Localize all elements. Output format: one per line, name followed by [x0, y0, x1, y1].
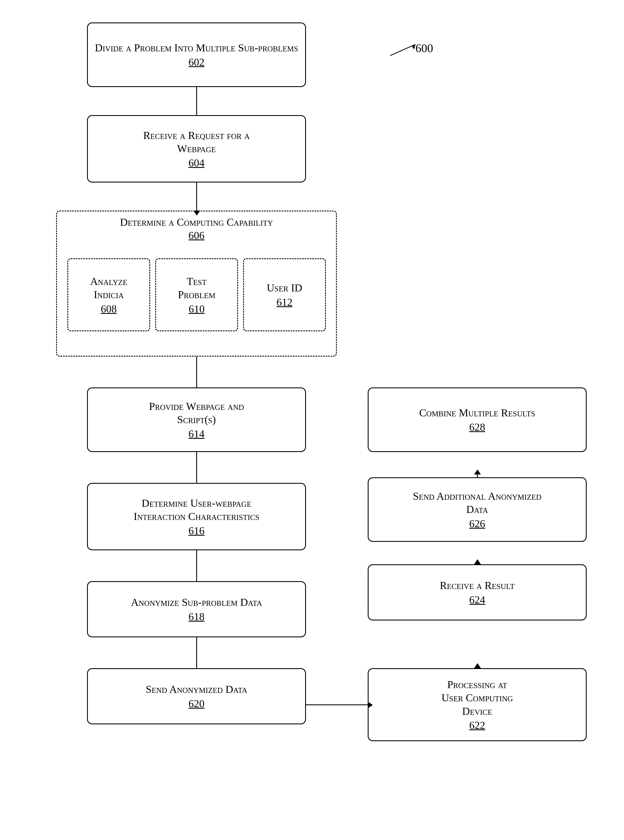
arrow-620-622 — [306, 704, 368, 705]
arrow-614-616 — [196, 452, 197, 483]
box-612: User ID 612 — [243, 258, 326, 331]
arrow-604-606 — [196, 182, 197, 210]
arrow-602-604 — [196, 87, 197, 115]
box-604: Receive a Request for aWebpage 604 — [87, 115, 306, 182]
flowchart-diagram: 600 Divide a Problem Into Multiple Sub-p… — [0, 0, 624, 840]
box-626: Send Additional AnonymizedData 626 — [368, 477, 587, 542]
label-arrow — [388, 42, 421, 59]
svg-line-0 — [390, 44, 415, 56]
box-622: Processing atUser ComputingDevice 622 — [368, 668, 587, 741]
box-618: Anonymize Sub-problem Data 618 — [87, 581, 306, 637]
arrow-618-620 — [196, 637, 197, 668]
arrow-606-614 — [196, 357, 197, 388]
box-624: Receive a Result 624 — [368, 564, 587, 621]
box-602-number: 602 — [188, 56, 205, 68]
box-606-header: Determine a Computing Capability 606 — [56, 210, 337, 241]
box-604-number: 604 — [188, 157, 205, 169]
box-610: TestProblem 610 — [155, 258, 238, 331]
box-620: Send Anonymized Data 620 — [87, 668, 306, 724]
box-608: AnalyzeIndicia 608 — [67, 258, 150, 331]
box-616: Determine User-webpageInteraction Charac… — [87, 483, 306, 550]
box-604-title: Receive a Request for aWebpage — [143, 129, 250, 156]
box-614: Provide Webpage andScript(s) 614 — [87, 388, 306, 452]
box-628: Combine Multiple Results 628 — [368, 388, 587, 452]
box-602-title: Divide a Problem Into Multiple Sub-probl… — [95, 41, 298, 55]
arrow-616-618 — [196, 550, 197, 581]
box-602: Divide a Problem Into Multiple Sub-probl… — [87, 22, 306, 87]
